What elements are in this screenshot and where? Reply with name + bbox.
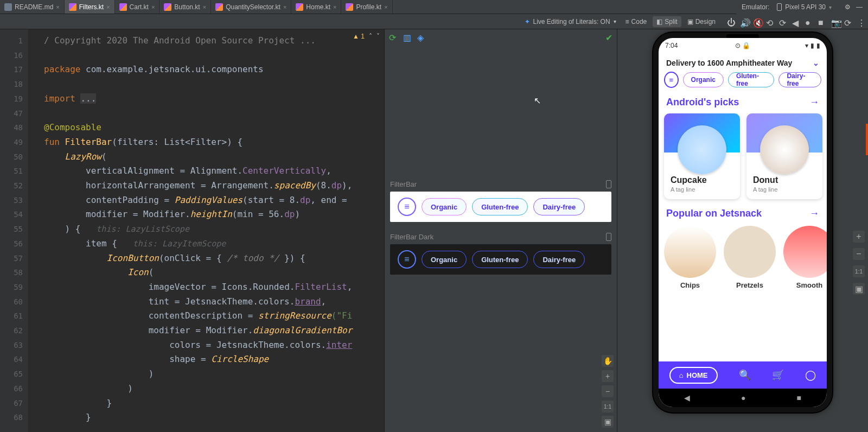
tab-button[interactable]: Button.kt× xyxy=(159,0,211,14)
volume-up-icon[interactable]: 🔊 xyxy=(740,18,748,26)
more-icon[interactable]: ⋮ xyxy=(857,18,865,26)
arrow-right-icon[interactable]: → xyxy=(809,208,819,219)
tab-cart[interactable]: Cart.kt× xyxy=(115,0,160,14)
back-icon[interactable]: ◀ xyxy=(792,18,800,26)
filter-icon[interactable]: ≡ xyxy=(398,250,416,269)
camera-icon[interactable]: 📷 xyxy=(831,18,839,26)
code-editor[interactable]: 1161718194748495051525354555657585960616… xyxy=(0,29,384,432)
refresh-icon[interactable]: ⟳ xyxy=(844,18,852,26)
card-tagline: A tag line xyxy=(671,186,733,193)
device-dropdown[interactable]: Pixel 5 API 30▾ xyxy=(774,2,835,12)
profile-icon: ◯ xyxy=(805,369,816,381)
close-icon[interactable]: × xyxy=(283,4,286,10)
filter-icon[interactable]: ≡ xyxy=(664,72,679,88)
volume-down-icon[interactable]: 🔇 xyxy=(753,18,761,26)
fit-icon[interactable]: ▣ xyxy=(602,416,614,428)
zoom-reset-button[interactable]: 1:1 xyxy=(602,401,614,412)
gear-icon[interactable]: ⚙ xyxy=(845,3,851,11)
arrow-right-icon[interactable]: → xyxy=(809,97,819,108)
notif-icon: ⊙ 🔒 xyxy=(735,42,750,49)
zoom-reset-button[interactable]: 1:1 xyxy=(853,265,865,277)
close-icon[interactable]: × xyxy=(333,4,336,10)
fit-icon[interactable]: ▣ xyxy=(853,283,865,295)
accent-indicator xyxy=(866,124,868,155)
filter-icon[interactable]: ≡ xyxy=(398,198,416,216)
filterbar-preview-dark[interactable]: ≡ Organic Gluten-free Dairy-free xyxy=(390,244,611,275)
chip-organic[interactable]: Organic xyxy=(422,198,467,215)
home-nav-icon[interactable]: ● xyxy=(741,393,745,402)
chevron-down-icon[interactable]: ⌄ xyxy=(813,59,819,67)
emulator-zoom-controls: + − 1:1 ▣ xyxy=(853,231,865,295)
view-split-button[interactable]: ◧Split xyxy=(653,16,681,27)
card-cupcake[interactable]: CupcakeA tag line xyxy=(664,113,740,199)
tab-quantity[interactable]: QuantitySelector.kt× xyxy=(211,0,291,14)
back-icon[interactable]: ◀ xyxy=(684,393,690,402)
emulator-label: Emulator: xyxy=(742,3,769,11)
power-icon[interactable]: ⏻ xyxy=(727,18,735,26)
code-area[interactable]: / Copyright 2020 The Android Open Source… xyxy=(27,29,384,432)
section-androids-picks: Android's picks → xyxy=(659,93,827,111)
chevron-up-icon[interactable]: ˄ xyxy=(369,33,372,40)
preview-dark-label: FilterBar Dark xyxy=(385,233,617,241)
device-frame-icon[interactable] xyxy=(606,180,611,188)
zoom-out-button[interactable]: − xyxy=(602,385,614,397)
view-design-button[interactable]: ▣Design xyxy=(684,16,719,27)
phone-icon xyxy=(777,3,782,11)
card-donut[interactable]: DonutA tag line xyxy=(746,113,822,199)
chip-organic[interactable]: Organic xyxy=(683,72,724,87)
layers-icon[interactable]: ◈ xyxy=(417,33,426,41)
tab-profile[interactable]: Profile.kt× xyxy=(341,0,392,14)
kotlin-icon xyxy=(119,3,127,11)
zoom-in-button[interactable]: + xyxy=(602,370,614,382)
pan-icon[interactable]: ✋ xyxy=(602,355,614,367)
snack-chips[interactable]: Chips xyxy=(664,226,716,289)
view-code-button[interactable]: ≡Code xyxy=(622,16,651,27)
close-icon[interactable]: × xyxy=(151,4,155,10)
minimize-icon[interactable]: — xyxy=(856,3,863,11)
nav-search[interactable]: 🔍 xyxy=(739,369,751,381)
tab-home[interactable]: Home.kt× xyxy=(291,0,341,14)
close-icon[interactable]: × xyxy=(106,4,110,10)
rotate-right-icon[interactable]: ⟳ xyxy=(779,18,787,26)
zoom-in-button[interactable]: + xyxy=(853,231,865,243)
close-icon[interactable]: × xyxy=(56,4,59,10)
chip-glutenfree[interactable]: Gluten-free xyxy=(472,251,528,268)
emulator-pane: 7:04 ⊙ 🔒 ▾▮▮ Delivery to 1600 Amphitheat… xyxy=(617,29,868,432)
nav-home[interactable]: ⌂HOME xyxy=(669,367,718,384)
chip-dairyfree[interactable]: Dairy-free xyxy=(533,251,585,268)
chip-glutenfree[interactable]: Gluten-free xyxy=(472,198,528,215)
device-selector-bar: Emulator: Pixel 5 API 30▾ ⚙ — xyxy=(736,0,868,14)
phone-screen[interactable]: 7:04 ⊙ 🔒 ▾▮▮ Delivery to 1600 Amphitheat… xyxy=(659,38,827,407)
chip-organic[interactable]: Organic xyxy=(422,251,467,268)
chip-dairyfree[interactable]: Dairy-free xyxy=(533,198,585,215)
preview-toolbar: ⟳ ▥ ◈ xyxy=(389,33,426,41)
device-frame-icon[interactable] xyxy=(606,233,611,241)
nav-cart[interactable]: 🛒 xyxy=(772,369,784,381)
home-nav-icon[interactable]: ● xyxy=(805,18,813,26)
chevron-down-icon[interactable]: ˅ xyxy=(376,33,380,40)
close-icon[interactable]: × xyxy=(203,4,206,10)
tab-filters[interactable]: Filters.kt× xyxy=(65,0,115,14)
nav-profile[interactable]: ◯ xyxy=(805,369,816,381)
cards-row[interactable]: CupcakeA tag line DonutA tag line xyxy=(659,111,827,205)
warning-badge[interactable]: ▲ 1 xyxy=(353,33,365,40)
delivery-row[interactable]: Delivery to 1600 Amphitheater Way ⌄ xyxy=(659,53,827,72)
snack-pretzels[interactable]: Pretzels xyxy=(724,226,776,289)
snack-smooth[interactable]: Smooth xyxy=(783,226,827,289)
rotate-left-icon[interactable]: ⟲ xyxy=(766,18,774,26)
filterbar-preview-light[interactable]: ≡ Organic Gluten-free Dairy-free xyxy=(390,192,611,222)
circles-row[interactable]: Chips Pretzels Smooth xyxy=(659,223,827,293)
chip-glutenfree[interactable]: Gluten-free xyxy=(728,72,775,87)
refresh-icon[interactable]: ⟳ xyxy=(389,33,398,41)
status-bar: 7:04 ⊙ 🔒 ▾▮▮ xyxy=(659,38,827,53)
preview-light-label: FilterBar xyxy=(385,180,617,188)
overview-icon[interactable]: ■ xyxy=(797,393,801,402)
zoom-out-button[interactable]: − xyxy=(853,248,865,260)
stack-icon[interactable]: ▥ xyxy=(403,33,412,41)
close-icon[interactable]: × xyxy=(384,4,387,10)
tab-readme[interactable]: README.md× xyxy=(0,0,65,14)
live-editing-toggle[interactable]: ✦ Live Editing of Literals: ON ▾ xyxy=(525,18,616,26)
overview-icon[interactable]: ■ xyxy=(818,18,826,26)
chip-dairyfree[interactable]: Dairy-free xyxy=(778,72,821,87)
cursor-icon: ↖ xyxy=(534,96,541,106)
